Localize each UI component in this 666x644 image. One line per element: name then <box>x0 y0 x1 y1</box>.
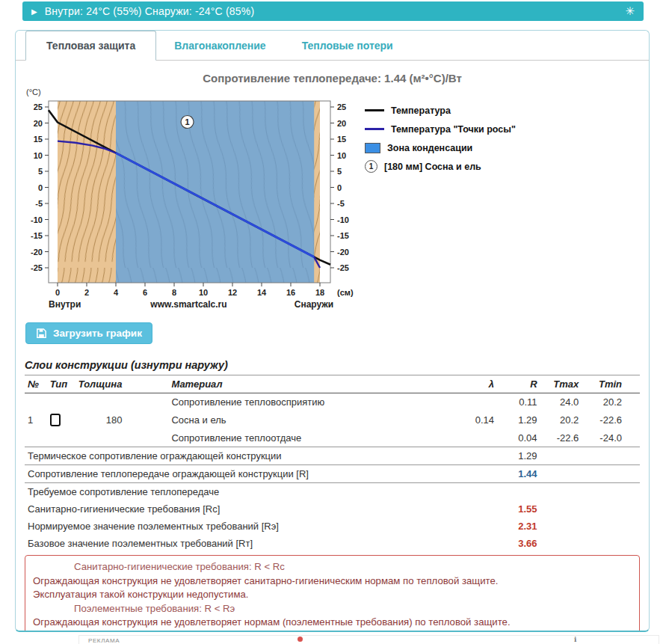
table-cell: 20.2 <box>540 411 582 429</box>
table-cell <box>582 447 640 465</box>
table-cell <box>540 447 582 465</box>
table-cell <box>582 465 640 483</box>
ad-label: РЕКЛАМА <box>88 637 120 644</box>
legend-label: Температура "Точки росы" <box>391 124 516 135</box>
layer-number-badge: 1 <box>365 160 377 173</box>
inside-label: Внутри <box>49 299 81 310</box>
expand-caret-icon[interactable]: ▶ <box>31 7 37 16</box>
table-row: Базовое значение поэлементных требований… <box>25 535 640 552</box>
chart-legend: Температура Температура "Точки росы" Зон… <box>365 101 516 176</box>
legend-item: Зона конденсации <box>365 138 516 157</box>
chart-title: Сопротивление теплопередаче: 1.44 (м²•°С… <box>25 72 640 85</box>
svg-text:-10: -10 <box>337 215 349 224</box>
legend-item: Температура <box>365 101 516 120</box>
svg-text:4: 4 <box>114 288 119 297</box>
table-header-row: № Тип Толщина Материал λ R Tmax Tmin <box>25 375 640 393</box>
table-cell: 3.66 <box>497 535 540 552</box>
svg-text:10: 10 <box>199 288 208 297</box>
dewpoint-line-swatch <box>365 128 384 130</box>
tab-moisture-accumulation[interactable]: Влагонакопление <box>156 31 283 60</box>
table-cell: Сопротивление теплоотдаче <box>125 429 461 447</box>
table-cell: -22.6 <box>582 411 640 429</box>
table-cell <box>47 411 75 429</box>
environment-bar[interactable]: ▶ Внутри: 24°С (55%) Снаружи: -24°С (85%… <box>22 1 644 21</box>
svg-text:25: 25 <box>34 102 43 111</box>
table-cell: 24.0 <box>540 393 582 411</box>
tab-heat-loss[interactable]: Тепловые потери <box>284 31 411 60</box>
svg-text:(°С): (°С) <box>26 88 41 96</box>
save-icon <box>36 328 47 339</box>
requirements-warning-box: Санитарно-гигиенические требования: R < … <box>25 555 640 632</box>
table-cell: 1.29 <box>497 447 540 465</box>
legend-item: 1 [180 мм] Сосна и ель <box>365 157 516 176</box>
table-cell <box>461 393 497 411</box>
svg-text:14: 14 <box>257 288 267 297</box>
main-panel: Тепловая защита Влагонакопление Тепловые… <box>15 30 650 632</box>
load-graph-button[interactable]: Загрузить график <box>25 322 152 344</box>
thermal-chart: 25252020151510105500-5-5-10-10-15-15-20-… <box>25 86 369 310</box>
ad-logo-icon <box>297 637 303 642</box>
table-cell: Санитарно-гигиенические требования [Rc] <box>25 500 497 518</box>
table-row: Нормируемое значение поэлементных требов… <box>25 518 640 535</box>
table-cell <box>75 393 126 411</box>
tab-thermal-protection[interactable]: Тепловая защита <box>25 31 156 61</box>
table-cell: 1.29 <box>497 411 540 429</box>
table-cell: -22.6 <box>540 429 582 447</box>
svg-text:-10: -10 <box>31 215 43 224</box>
legend-label: Зона конденсации <box>387 143 472 153</box>
svg-text:0: 0 <box>55 288 60 297</box>
table-cell <box>461 429 497 447</box>
svg-text:-25: -25 <box>337 263 349 272</box>
legend-label: [180 мм] Сосна и ель <box>384 162 481 172</box>
layers-section-title: Слои конструкции (изнутри наружу) <box>25 359 640 371</box>
svg-text:8: 8 <box>172 288 176 297</box>
svg-text:-20: -20 <box>31 248 43 257</box>
table-cell: 0.04 <box>497 429 540 447</box>
table-row: Санитарно-гигиенические требования [Rc]1… <box>25 500 640 518</box>
svg-text:2: 2 <box>84 288 89 297</box>
svg-text:-15: -15 <box>31 231 43 240</box>
table-cell: 0.14 <box>461 411 497 429</box>
svg-text:12: 12 <box>228 288 237 297</box>
condensation-zone-swatch <box>365 143 380 153</box>
svg-text:1: 1 <box>185 117 189 126</box>
svg-text:10: 10 <box>34 151 43 160</box>
table-cell <box>540 535 582 552</box>
table-row: Сопротивление теплопередаче ограждающей … <box>25 465 640 483</box>
warning-text: Ограждающая конструкция не удовлетворяет… <box>33 616 632 630</box>
outside-label: Снаружи <box>295 299 333 310</box>
table-row: Термическое сопротивление ограждающей ко… <box>25 447 640 465</box>
legend-item: Температура "Точки росы" <box>365 120 516 138</box>
svg-text:18: 18 <box>315 288 324 297</box>
svg-text:25: 25 <box>337 102 346 111</box>
table-cell: Сопротивление теплопередаче ограждающей … <box>25 465 497 483</box>
table-cell: 1 <box>25 411 47 429</box>
warning-heading: Поэлементные требования: R < Rэ <box>33 602 632 616</box>
col-tmin: Tmin <box>582 375 640 393</box>
svg-text:16: 16 <box>286 288 295 297</box>
svg-text:-5: -5 <box>35 199 43 208</box>
table-cell: Сопротивление тепловосприятию <box>125 393 461 411</box>
table-cell <box>582 535 640 552</box>
ad-info-icon[interactable]: ℹ <box>574 636 576 643</box>
svg-text:20: 20 <box>337 119 346 128</box>
table-row: Сопротивление теплоотдаче0.04-22.6-24.0 <box>25 429 640 447</box>
warning-heading: Санитарно-гигиенические требования: R < … <box>33 560 632 574</box>
table-cell <box>75 429 126 447</box>
table-cell <box>540 483 582 501</box>
snowflake-icon[interactable]: ✳ <box>625 4 635 18</box>
warning-text: Эксплуатация такой конструкции недопусти… <box>33 588 632 602</box>
ad-banner[interactable]: РЕКЛАМА ℹ <box>78 635 659 644</box>
table-cell <box>582 500 640 518</box>
col-lambda: λ <box>461 375 497 393</box>
col-r: R <box>497 375 540 393</box>
table-row: 1180Сосна и ель0.141.2920.2-22.6 <box>25 411 640 429</box>
table-cell <box>25 393 47 411</box>
layers-table: № Тип Толщина Материал λ R Tmax Tmin Соп… <box>25 375 640 552</box>
environment-summary: Внутри: 24°С (55%) Снаружи: -24°С (85%) <box>45 5 626 17</box>
col-thickness: Толщина <box>75 375 126 393</box>
svg-text:0: 0 <box>38 183 43 192</box>
svg-text:6: 6 <box>143 288 147 297</box>
svg-text:-15: -15 <box>337 231 349 240</box>
col-type: Тип <box>47 375 75 393</box>
